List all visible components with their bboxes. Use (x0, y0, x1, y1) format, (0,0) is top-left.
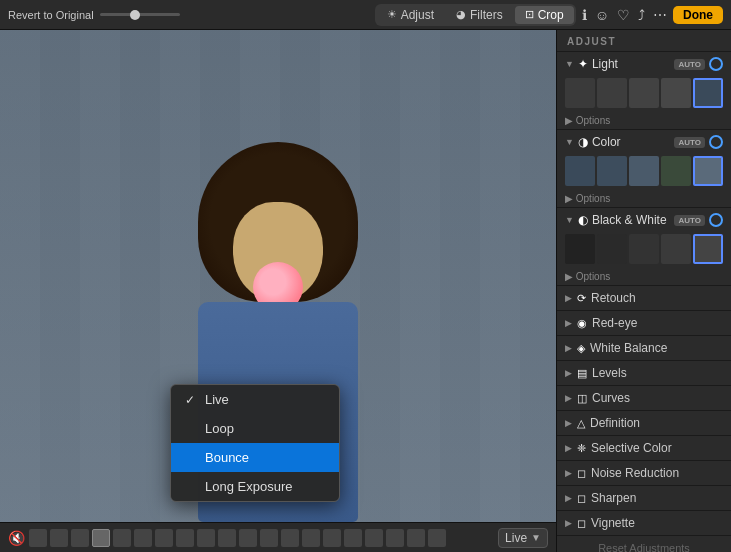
bw-title: Black & White (592, 213, 671, 227)
bw-thumb[interactable] (629, 234, 659, 264)
heart-icon[interactable]: ♡ (617, 7, 630, 23)
filmstrip-frame[interactable] (176, 529, 194, 547)
light-thumb[interactable] (661, 78, 691, 108)
color-thumb[interactable] (661, 156, 691, 186)
redeye-title: Red-eye (592, 316, 723, 330)
filmstrip-frame[interactable] (302, 529, 320, 547)
bw-thumbnails (557, 232, 731, 268)
done-button[interactable]: Done (673, 6, 723, 24)
filmstrip-frame[interactable] (239, 529, 257, 547)
filmstrip-frame[interactable] (407, 529, 425, 547)
color-chevron-icon: ▼ (565, 137, 574, 147)
redeye-chevron-icon: ▶ (565, 318, 572, 328)
main-content: BOUNCE ✓ Live Loop Bounce (0, 30, 731, 552)
section-redeye: ▶ ◉ Red-eye (557, 311, 731, 336)
bw-thumb[interactable] (661, 234, 691, 264)
retouch-header[interactable]: ▶ ⟳ Retouch (557, 286, 731, 310)
tab-crop-label: Crop (538, 8, 564, 22)
dropdown-item-loop[interactable]: Loop (171, 414, 339, 443)
sharpen-header[interactable]: ▶ ◻ Sharpen (557, 486, 731, 510)
color-thumb[interactable] (693, 156, 723, 186)
filmstrip-frame[interactable] (113, 529, 131, 547)
light-thumb[interactable] (693, 78, 723, 108)
filmstrip-frame[interactable] (197, 529, 215, 547)
selective-color-header[interactable]: ▶ ❈ Selective Color (557, 436, 731, 460)
toolbar-action-icons: ℹ ☺ ♡ ⤴ ⋯ (582, 7, 667, 23)
bw-icon: ◐ (578, 213, 588, 227)
color-auto-btn[interactable]: AUTO (674, 137, 705, 148)
vignette-icon: ◻ (577, 517, 586, 530)
filmstrip-frame[interactable] (386, 529, 404, 547)
exposure-slider[interactable] (100, 13, 180, 16)
live-select[interactable]: Live ▼ (498, 528, 548, 548)
dropdown-item-bounce[interactable]: Bounce (171, 443, 339, 472)
filmstrip (29, 529, 446, 547)
filmstrip-frame[interactable] (365, 529, 383, 547)
tab-crop[interactable]: ⊡ Crop (515, 6, 574, 24)
bw-thumb[interactable] (693, 234, 723, 264)
filmstrip-frame[interactable] (155, 529, 173, 547)
color-thumb[interactable] (629, 156, 659, 186)
speaker-icon[interactable]: 🔇 (8, 530, 25, 546)
tab-filters[interactable]: ◕ Filters (446, 6, 513, 24)
live-dropdown-menu: ✓ Live Loop Bounce Long Exposure (170, 384, 340, 502)
color-thumb[interactable] (565, 156, 595, 186)
reset-adjustments-button[interactable]: Reset Adjustments (557, 536, 731, 552)
live-select-label: Live (505, 531, 527, 545)
filmstrip-frame[interactable] (281, 529, 299, 547)
filmstrip-frame[interactable] (428, 529, 446, 547)
noise-reduction-title: Noise Reduction (591, 466, 723, 480)
section-noise-reduction: ▶ ◻ Noise Reduction (557, 461, 731, 486)
light-options[interactable]: ▶ Options (557, 112, 731, 129)
dropdown-item-long-exposure[interactable]: Long Exposure (171, 472, 339, 501)
bw-toggle[interactable] (709, 213, 723, 227)
photo-bottom-bar: 🔇 (0, 522, 556, 552)
selective-color-icon: ❈ (577, 442, 586, 455)
white-balance-title: White Balance (590, 341, 723, 355)
redeye-header[interactable]: ▶ ◉ Red-eye (557, 311, 731, 335)
color-toggle[interactable] (709, 135, 723, 149)
dropdown-item-live[interactable]: ✓ Live (171, 385, 339, 414)
section-light-header[interactable]: ▼ ✦ Light AUTO (557, 52, 731, 76)
filmstrip-frame[interactable] (218, 529, 236, 547)
light-toggle[interactable] (709, 57, 723, 71)
share-icon[interactable]: ⤴ (638, 7, 645, 23)
light-thumb[interactable] (565, 78, 595, 108)
more-icon[interactable]: ⋯ (653, 7, 667, 23)
light-thumb[interactable] (629, 78, 659, 108)
filmstrip-frame[interactable] (260, 529, 278, 547)
dropdown-long-exposure-label: Long Exposure (205, 479, 292, 494)
white-balance-header[interactable]: ▶ ◈ White Balance (557, 336, 731, 360)
revert-button[interactable]: Revert to Original (8, 9, 94, 21)
color-options[interactable]: ▶ Options (557, 190, 731, 207)
section-white-balance: ▶ ◈ White Balance (557, 336, 731, 361)
bw-thumb[interactable] (597, 234, 627, 264)
bw-auto-btn[interactable]: AUTO (674, 215, 705, 226)
section-bw-header[interactable]: ▼ ◐ Black & White AUTO (557, 208, 731, 232)
noise-reduction-icon: ◻ (577, 467, 586, 480)
definition-header[interactable]: ▶ △ Definition (557, 411, 731, 435)
curves-header[interactable]: ▶ ◫ Curves (557, 386, 731, 410)
vignette-header[interactable]: ▶ ◻ Vignette (557, 511, 731, 535)
tab-adjust[interactable]: ☀ Adjust (377, 6, 444, 24)
noise-reduction-header[interactable]: ▶ ◻ Noise Reduction (557, 461, 731, 485)
color-title: Color (592, 135, 671, 149)
filmstrip-frame[interactable] (50, 529, 68, 547)
filmstrip-frame[interactable] (323, 529, 341, 547)
info-icon[interactable]: ℹ (582, 7, 587, 23)
levels-header[interactable]: ▶ ▤ Levels (557, 361, 731, 385)
section-color-header[interactable]: ▼ ◑ Color AUTO (557, 130, 731, 154)
filmstrip-frame[interactable] (344, 529, 362, 547)
section-color: ▼ ◑ Color AUTO ▶ Options (557, 130, 731, 208)
color-thumb[interactable] (597, 156, 627, 186)
filmstrip-frame[interactable] (29, 529, 47, 547)
vignette-title: Vignette (591, 516, 723, 530)
emoji-icon[interactable]: ☺ (595, 7, 609, 23)
filmstrip-frame[interactable] (92, 529, 110, 547)
light-auto-btn[interactable]: AUTO (674, 59, 705, 70)
bw-options[interactable]: ▶ Options (557, 268, 731, 285)
light-thumb[interactable] (597, 78, 627, 108)
filmstrip-frame[interactable] (134, 529, 152, 547)
filmstrip-frame[interactable] (71, 529, 89, 547)
bw-thumb[interactable] (565, 234, 595, 264)
